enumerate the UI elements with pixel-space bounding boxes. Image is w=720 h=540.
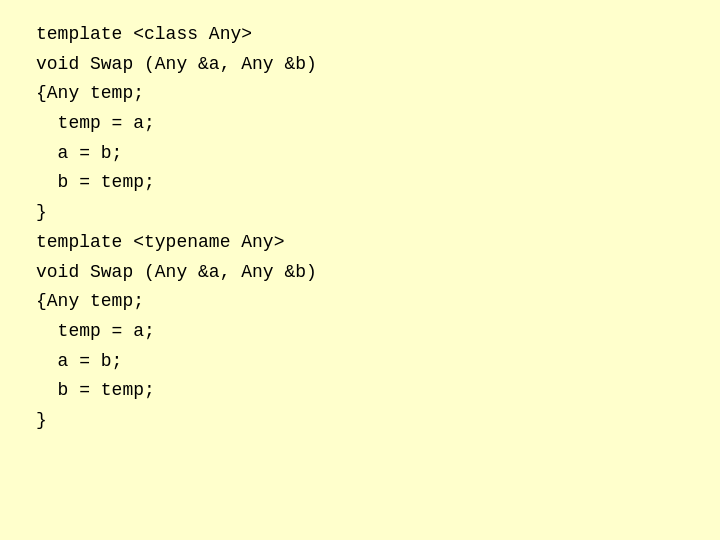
- code-display: template <class Any> void Swap (Any &a, …: [0, 0, 353, 456]
